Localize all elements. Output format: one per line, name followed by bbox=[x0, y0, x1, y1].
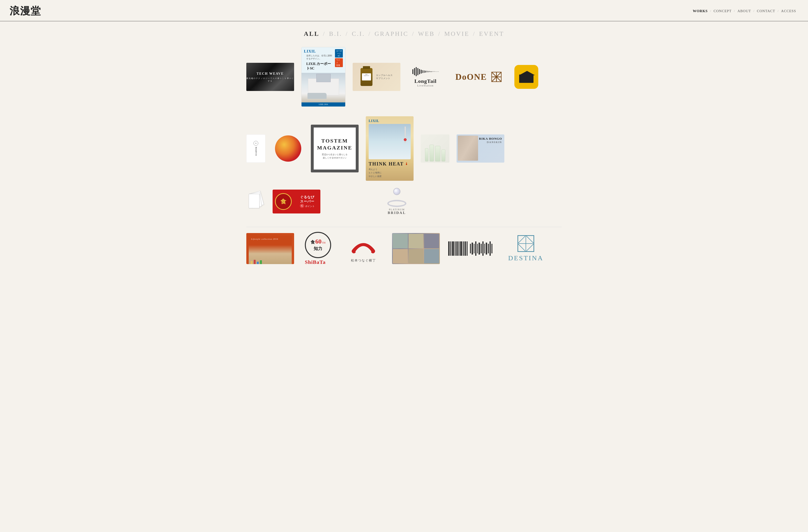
filter-all[interactable]: ALL bbox=[304, 30, 319, 37]
portfolio-item-supplement[interactable]: MMsupplement カンプルヘルスサプリメント bbox=[353, 63, 400, 91]
portfolio-item-marvis[interactable]: M MARVIS bbox=[246, 134, 265, 163]
portfolio-row-1: TECH WEAVE 最先端のテクノロジーで人の暮らしを豊かにする LIXIL … bbox=[246, 47, 562, 107]
portfolio-grid: TECH WEAVE 最先端のテクノロジーで人の暮らしを豊かにする LIXIL … bbox=[237, 42, 571, 289]
nav-contact[interactable]: CONTACT bbox=[754, 9, 778, 13]
svg-rect-6 bbox=[451, 242, 451, 256]
filter-movie[interactable]: MOVIE bbox=[444, 30, 470, 37]
svg-rect-9 bbox=[456, 242, 458, 256]
svg-rect-17 bbox=[474, 244, 475, 253]
svg-rect-27 bbox=[492, 244, 492, 253]
portfolio-item-lifestyle[interactable]: Lifestyle collection 2016 bbox=[246, 233, 294, 264]
doone-cross-icon bbox=[491, 71, 502, 83]
portfolio-item-matsumoto[interactable]: 松本つなぐ横丁 bbox=[342, 232, 385, 265]
tech-weave-label: TECH WEAVE 最先端のテクノロジーで人の暮らしを豊かにする bbox=[246, 71, 294, 82]
svg-rect-11 bbox=[460, 242, 462, 256]
svg-rect-12 bbox=[463, 242, 464, 256]
portfolio-item-platinum-bridal[interactable]: PLATINUM BRIDAL bbox=[375, 186, 418, 217]
site-logo[interactable]: 浪漫堂 bbox=[10, 4, 41, 18]
portfolio-item-lixil-carport[interactable]: LIXIL 追求したのは、住宅に調和するデザイン。 LIXILカーポートSC カ… bbox=[301, 47, 346, 107]
filter-web[interactable]: WEB bbox=[418, 30, 435, 37]
matsumoto-logo-icon bbox=[347, 234, 380, 258]
svg-rect-10 bbox=[458, 242, 459, 256]
svg-rect-8 bbox=[455, 242, 456, 256]
nav-works[interactable]: WORKS bbox=[691, 9, 710, 13]
svg-rect-7 bbox=[452, 242, 454, 256]
portfolio-item-danskin[interactable]: RIKA HONGO DANSKIN bbox=[457, 134, 504, 163]
portfolio-item-app-icon[interactable] bbox=[514, 65, 538, 89]
svg-rect-20 bbox=[479, 243, 480, 254]
filter-ci[interactable]: C.I. bbox=[352, 30, 365, 37]
svg-rect-19 bbox=[477, 244, 478, 253]
portfolio-item-stack[interactable] bbox=[246, 190, 265, 213]
barcode-logo-icon bbox=[447, 239, 495, 258]
portfolio-item-lixil-heat[interactable]: LIXIL THINK HEAT 🌡 考えようヒトと地球にやさしい温度 bbox=[366, 116, 414, 181]
filter-graphic[interactable]: GRAPHIC bbox=[374, 30, 408, 37]
svg-rect-15 bbox=[470, 244, 471, 253]
portfolio-item-longtail[interactable]: LongTail LiveStation bbox=[408, 62, 443, 92]
portfolio-row-3: Lifestyle collection 2016 食 bbox=[246, 232, 562, 265]
portfolio-item-tech-weave[interactable]: TECH WEAVE 最先端のテクノロジーで人の暮らしを豊かにする bbox=[246, 63, 294, 91]
filter-bar: ALL / B.I. / C.I. / GRAPHIC / WEB / MOVI… bbox=[0, 21, 808, 42]
svg-rect-14 bbox=[466, 242, 467, 256]
main-nav: WORKS / CONCEPT / ABOUT / CONTACT / ACCE… bbox=[691, 9, 798, 13]
portfolio-item-doone[interactable]: DoONE bbox=[451, 69, 507, 85]
portfolio-row-2b: 食 ぐるなび スーパー G ポイント PLATINUM BRIDAL bbox=[246, 186, 562, 217]
portfolio-item-barcode-logo[interactable] bbox=[447, 236, 495, 261]
svg-rect-21 bbox=[481, 244, 482, 253]
svg-rect-18 bbox=[475, 242, 476, 256]
portfolio-row-2: M MARVIS TOSTEMMAGAZINE 窓辺から住まいと暮らしを楽しくす… bbox=[246, 116, 562, 181]
portfolio-item-shibata[interactable]: 食 60 TH 知力 ShiBaTa bbox=[301, 232, 335, 265]
portfolio-item-color-blob[interactable] bbox=[273, 133, 304, 164]
portfolio-item-destina[interactable]: DESTINA bbox=[502, 233, 550, 264]
nav-about[interactable]: ABOUT bbox=[735, 9, 754, 13]
portfolio-item-tostem[interactable]: TOSTEMMAGAZINE 窓辺から住まいと暮らしを楽しくするWEBマガジン bbox=[311, 125, 359, 172]
nav-concept[interactable]: CONCEPT bbox=[711, 9, 734, 13]
svg-rect-22 bbox=[482, 242, 483, 256]
svg-rect-25 bbox=[488, 244, 489, 253]
filter-bi[interactable]: B.I. bbox=[329, 30, 342, 37]
nav-access[interactable]: ACCESS bbox=[778, 9, 798, 13]
svg-rect-5 bbox=[448, 242, 449, 256]
svg-rect-23 bbox=[484, 244, 485, 253]
portfolio-item-fabric[interactable] bbox=[392, 233, 440, 264]
portfolio-item-gurunavi[interactable]: 食 ぐるなび スーパー G ポイント bbox=[273, 190, 320, 213]
header: 浪漫堂 WORKS / CONCEPT / ABOUT / CONTACT / … bbox=[0, 0, 808, 21]
svg-rect-24 bbox=[486, 243, 487, 254]
svg-rect-16 bbox=[472, 243, 473, 254]
portfolio-item-skincare[interactable] bbox=[421, 134, 449, 163]
svg-rect-26 bbox=[490, 242, 491, 256]
svg-rect-13 bbox=[464, 242, 466, 256]
filter-event[interactable]: EVENT bbox=[479, 30, 504, 37]
